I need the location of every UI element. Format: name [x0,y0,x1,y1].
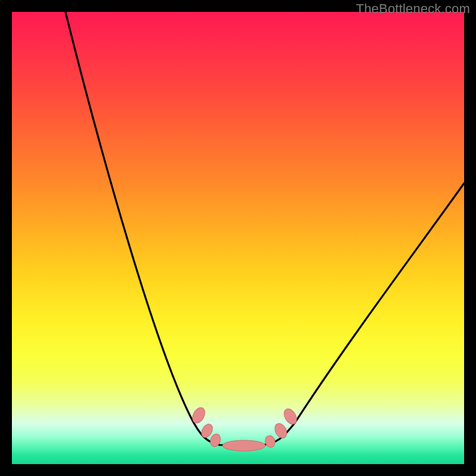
bottleneck-curve [65,12,464,445]
marker-group [190,405,299,451]
marker [264,434,276,449]
marker [281,406,299,426]
curve-layer [12,12,464,464]
marker [223,440,265,451]
marker [273,421,289,440]
chart-frame: TheBottleneck.com [0,0,476,476]
watermark-text: TheBottleneck.com [356,1,470,17]
plot-area [12,12,464,464]
